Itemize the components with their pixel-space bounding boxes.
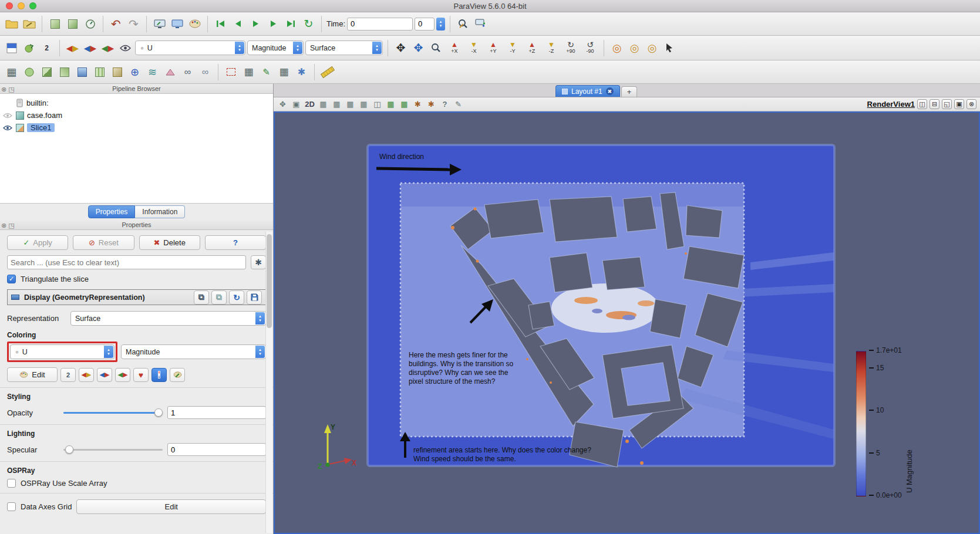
- properties-scrollbar[interactable]: [265, 232, 272, 533]
- representation-select[interactable]: Surface ▲▼: [70, 311, 266, 326]
- toggle-2d-mode-button[interactable]: 2D: [304, 99, 315, 110]
- ruler-icon[interactable]: [319, 64, 335, 80]
- redo-icon[interactable]: ↷: [126, 16, 142, 32]
- edit-color-map-button[interactable]: Edit: [7, 367, 58, 382]
- close-layout-tab-icon[interactable]: ✖: [606, 87, 614, 95]
- render-view-name[interactable]: RenderView1: [867, 100, 915, 109]
- rescale-temporal-range-icon[interactable]: ◀▶: [100, 40, 116, 56]
- time-input[interactable]: [347, 18, 413, 31]
- color-legend-bar[interactable]: [856, 351, 866, 496]
- glyph-icon[interactable]: [109, 64, 125, 80]
- first-frame-icon[interactable]: [213, 16, 228, 32]
- select-points-on-icon[interactable]: ▦: [241, 64, 257, 80]
- close-pipeline-panel-icon[interactable]: ⊗: [1, 85, 6, 94]
- coloring-array-select[interactable]: ∘ U ▲▼: [10, 344, 114, 359]
- reset-camera-icon[interactable]: ✥: [393, 40, 409, 56]
- visibility-eye-icon[interactable]: [3, 112, 13, 119]
- load-state-icon[interactable]: [47, 16, 63, 32]
- copy-display-button[interactable]: ⧉: [194, 290, 209, 305]
- render-viewport[interactable]: Y X Z Wind direction Here the mesh gets …: [274, 111, 980, 534]
- edit-color-legend-button[interactable]: [170, 368, 185, 382]
- view-minus-x-button[interactable]: ▼-X: [465, 39, 483, 57]
- rescale-custom-range-icon[interactable]: ◀▶: [82, 40, 98, 56]
- pick-center-button[interactable]: ◎: [627, 40, 642, 56]
- reset-button[interactable]: ⊘ Reset: [73, 235, 134, 250]
- interactive-select-points-icon[interactable]: ▦: [399, 99, 410, 110]
- undock-pipeline-panel-icon[interactable]: ◳: [8, 85, 14, 94]
- hover-cells-icon[interactable]: ✱: [412, 99, 423, 110]
- extract-subset-icon[interactable]: [92, 64, 107, 80]
- new-layout-tab-button[interactable]: +: [621, 86, 638, 97]
- zoom-to-box-icon[interactable]: [428, 40, 444, 56]
- hover-points-icon[interactable]: ✱: [426, 99, 437, 110]
- component-combo[interactable]: Magnitude ▲▼: [247, 40, 304, 55]
- representation-combo[interactable]: Surface ▲▼: [305, 40, 383, 55]
- triangulate-checkbox[interactable]: ✓: [7, 275, 16, 283]
- select-cells-on-icon[interactable]: [223, 64, 239, 80]
- data-axes-grid-edit-button[interactable]: Edit: [76, 499, 266, 514]
- specular-input[interactable]: [167, 443, 266, 456]
- split-vertical-button[interactable]: ⊟: [930, 99, 939, 109]
- separate-color-map-button[interactable]: 2: [60, 368, 76, 382]
- layout-tab[interactable]: Layout #1 ✖: [555, 85, 620, 97]
- last-frame-icon[interactable]: [283, 16, 299, 32]
- rescale-temporal-range-button[interactable]: ◀▶: [115, 368, 130, 382]
- maximize-view-button[interactable]: ▣: [954, 99, 964, 109]
- tab-information[interactable]: Information: [135, 205, 185, 218]
- play-icon[interactable]: [248, 16, 264, 32]
- pipeline-item-slice1[interactable]: Slice1: [0, 121, 273, 134]
- block-colors-icon[interactable]: 2: [39, 40, 55, 56]
- loop-icon[interactable]: ↻: [301, 16, 316, 32]
- spreadsheet-icon[interactable]: ▦: [4, 64, 19, 80]
- selection-help-icon[interactable]: ?: [439, 99, 450, 110]
- auto-apply-icon[interactable]: [82, 16, 98, 32]
- apply-button[interactable]: ✓ Apply: [7, 235, 68, 250]
- interactive-select-icon[interactable]: ✎: [258, 64, 274, 80]
- split-horizontal-button[interactable]: ◫: [917, 99, 927, 109]
- scalar-coloring-icon[interactable]: [21, 40, 37, 56]
- find-data-icon[interactable]: [455, 16, 471, 32]
- tab-properties[interactable]: Properties: [88, 205, 136, 218]
- rotate-90-ccw-button[interactable]: ↺-90: [581, 39, 599, 57]
- view-plus-x-button[interactable]: ▲+X: [446, 39, 463, 57]
- close-view-button[interactable]: ⊗: [966, 99, 976, 109]
- next-frame-icon[interactable]: [265, 16, 281, 32]
- select-surface-points-icon[interactable]: ▦: [331, 99, 342, 110]
- array-combo[interactable]: ∘ U ▲▼: [135, 40, 245, 55]
- view-minus-z-button[interactable]: ▼-Z: [543, 39, 560, 57]
- opacity-slider[interactable]: [63, 408, 163, 417]
- close-properties-panel-icon[interactable]: ⊗: [1, 221, 6, 230]
- rescale-custom-range-button[interactable]: ◀▶: [97, 368, 112, 382]
- frame-input[interactable]: [415, 18, 435, 31]
- choose-preset-button[interactable]: ♥: [133, 368, 149, 382]
- ospray-scale-array-checkbox[interactable]: [7, 479, 16, 488]
- help-button[interactable]: ?: [205, 235, 266, 250]
- rescale-data-range-icon[interactable]: ◀▶: [65, 40, 80, 56]
- visibility-eye-icon[interactable]: [3, 124, 13, 131]
- extract-block-icon[interactable]: ∞: [197, 64, 213, 80]
- frame-stepper[interactable]: ▲▼: [436, 18, 445, 31]
- rotate-90-cw-button[interactable]: ↻+90: [562, 39, 580, 57]
- search-input[interactable]: [7, 255, 246, 269]
- reload-display-button[interactable]: ↻: [229, 290, 244, 305]
- capture-view-icon[interactable]: ▣: [291, 99, 302, 110]
- save-state-icon[interactable]: [65, 16, 80, 32]
- specular-slider[interactable]: [63, 445, 163, 454]
- save-screenshot-icon[interactable]: [151, 16, 167, 32]
- hover-points-icon[interactable]: ✱: [294, 64, 309, 80]
- view-minus-y-button[interactable]: ▼-Y: [504, 39, 521, 57]
- save-data-icon[interactable]: [21, 16, 37, 32]
- undock-properties-panel-icon[interactable]: ◳: [8, 221, 14, 230]
- toggle-color-legend-button[interactable]: [151, 368, 167, 382]
- adjust-camera-icon[interactable]: ✥: [277, 99, 288, 110]
- undo-icon[interactable]: ↶: [108, 16, 124, 32]
- pipeline-item-builtin[interactable]: builtin:: [0, 97, 273, 109]
- select-block-icon[interactable]: ◫: [372, 99, 383, 110]
- show-center-axes-toggle[interactable]: ◎: [609, 40, 625, 56]
- opacity-input[interactable]: [167, 406, 266, 419]
- group-datasets-icon[interactable]: ∞: [180, 64, 196, 80]
- pipeline-item-casefoam[interactable]: case.foam: [0, 109, 273, 121]
- coloring-component-select[interactable]: Magnitude ▲▼: [121, 344, 266, 359]
- color-swatch-icon[interactable]: [4, 40, 19, 56]
- preview-mode-icon[interactable]: [169, 16, 185, 32]
